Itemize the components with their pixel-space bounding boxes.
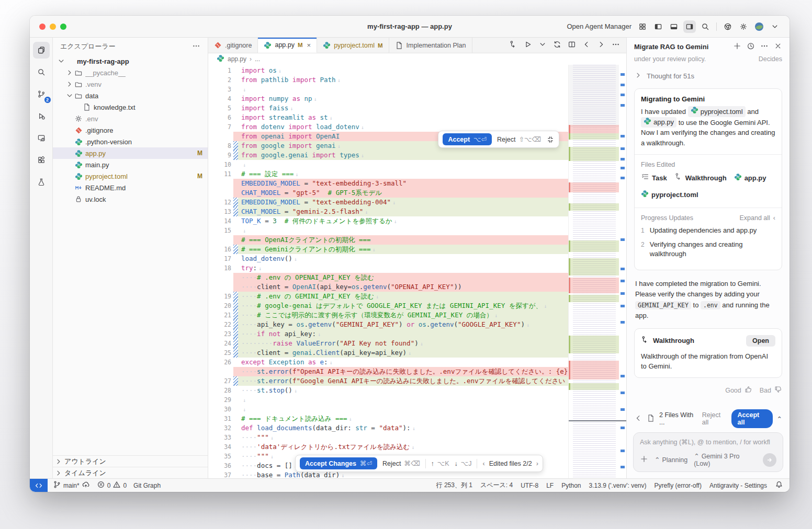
code-line[interactable]: 25····client = genai.Client(api_key=api_… [208,348,568,358]
status-item[interactable]: Python [561,482,581,489]
prev-change-button[interactable]: ↑⌥K [431,459,449,467]
panel-right-icon[interactable] [683,20,696,33]
search-icon[interactable] [699,20,712,33]
next-file-button[interactable]: › [536,460,538,467]
tree-item-README.md[interactable]: README.md [53,182,208,193]
reject-button[interactable]: Reject⇧⌥⌫ [497,135,541,143]
minimap[interactable] [568,65,619,478]
tree-item-data[interactable]: data [53,90,208,101]
remote-indicator[interactable] [30,479,48,492]
activitybar-search[interactable] [33,64,50,80]
editor-action-back[interactable] [582,40,591,51]
tree-item-.env[interactable]: .env [53,113,208,124]
tree-item-pyproject.toml[interactable]: pyproject.tomlM [53,170,208,182]
code-line[interactable]: 27····st.error(f"Google GenAI APIキーの読み込み… [208,376,568,386]
activitybar-remote-explorer[interactable] [33,130,50,146]
editor-action-walkthrough[interactable] [509,40,517,51]
chrome-icon[interactable] [721,20,734,33]
code-line[interactable]: 19····# .env の GEMINI_API_KEY を読む [208,292,568,301]
status-item[interactable]: Pyrefly (error-off) [654,482,701,489]
editor-action-chevron-down[interactable] [538,40,547,51]
accept-changes-button[interactable]: Accept Changes⌘⏎ [300,457,377,469]
code-line[interactable]: 4import numpy as np [208,94,568,104]
editor-action-forward[interactable] [597,40,605,51]
open-agent-manager-button[interactable]: Open Agent Manager [567,22,631,30]
accept-all-button[interactable]: Accept all [731,409,773,428]
tab-.gitignore[interactable]: .gitignore [208,38,258,53]
tree-item-.venv[interactable]: .venv [53,78,208,90]
tab-Implementation Plan[interactable]: Implementation Plan [389,38,472,53]
code-line[interactable]: 34····'data'ディレクトリから.txtファイルを読み込む [208,442,568,452]
problems-item[interactable]: 0 0 [97,480,127,490]
editor-action-more[interactable] [612,40,620,51]
panel-left-icon[interactable] [652,20,664,33]
layout-grid-icon[interactable] [636,20,649,33]
code-line[interactable]: 6import streamlit as st [208,113,568,122]
breadcrumb[interactable]: app.py › ... [208,53,626,65]
status-item[interactable]: スペース: 4 [480,481,513,490]
edited-file-chip-pyproject.toml[interactable]: pyproject.toml [641,190,698,201]
code-line[interactable]: ····# .env の OPENAI_API_KEY を読む [208,273,568,282]
edited-file-chip-Task[interactable]: Task [641,172,667,185]
code-line[interactable]: 13CHAT_MODEL = "gemini-2.5-flash" [208,207,568,216]
collapse-icon[interactable] [546,135,555,144]
add-context-button[interactable] [640,455,648,465]
send-button[interactable] [763,453,776,467]
code-line[interactable]: 3 [208,85,568,94]
status-item[interactable]: UTF-8 [521,482,538,489]
tree-item-knowledge.txt[interactable]: knowledge.txt [53,101,208,113]
status-item[interactable]: LF [546,482,554,489]
status-item[interactable]: 行 253、列 1 [436,481,472,490]
scroll-sash[interactable] [569,420,626,421]
agent-plus-button[interactable] [733,42,741,52]
status-item[interactable]: Antigravity - Settings [709,482,767,489]
breadcrumb-more[interactable]: ... [255,55,260,63]
code-line[interactable]: 32def load_documents(data_dir: str = "da… [208,423,568,433]
code-line[interactable]: EMBEDDING_MODEL = "text-embedding-3-smal… [208,179,568,188]
activitybar-explorer[interactable] [33,42,50,59]
activitybar-extensions[interactable] [33,152,50,168]
code-line[interactable]: 24········raise ValueError("API Key not … [208,339,568,348]
code-line[interactable]: 28····st.stop() [208,386,568,395]
tree-item-.python-version[interactable]: .python-version [53,136,208,147]
code-line[interactable]: 12EMBEDDING_MODEL = "text-embedding-004" [208,198,568,207]
code-line[interactable]: 29 [208,395,568,405]
code-line[interactable]: 15 [208,226,568,235]
edited-file-chip-app.py[interactable]: app.py [734,172,766,185]
code-line[interactable]: 23····if not api_key: [208,329,568,339]
panel-bottom-icon[interactable] [668,20,680,33]
tree-item-.gitignore[interactable]: .gitignore [53,124,208,136]
code-line[interactable]: 22····api_key = os.getenv("GEMINI_API_KE… [208,320,568,329]
reject-changes-button[interactable]: Reject⌘⌫ [382,459,420,467]
edited-file-chip-Walkthrough[interactable]: Walkthrough [674,172,727,185]
expand-all-button[interactable]: Expand all ‹ [739,214,775,222]
progress-item[interactable]: 1Updating dependencies and app.py [641,226,775,235]
tree-item-__pycache__[interactable]: __pycache__ [53,67,208,78]
mode-selector[interactable]: ⌃Planning [655,456,687,464]
section-アウトライン[interactable]: アウトライン [53,455,208,467]
close-tab-icon[interactable]: × [307,41,311,49]
code-line[interactable]: 17load_dotenv() [208,254,568,263]
gear-icon[interactable] [737,20,750,33]
thought-toggle[interactable]: Thought for 51s [634,71,782,81]
code-line[interactable]: 9from google.genai import types [208,151,568,160]
editor-action-split[interactable] [568,40,576,51]
close-window-button[interactable] [39,24,46,30]
chevron-down-icon[interactable] [769,20,781,33]
code-line[interactable]: 26except Exception as e: [208,358,568,367]
code-line[interactable]: 10 [208,160,568,169]
tree-item-main.py[interactable]: main.py [53,159,208,170]
tree-item-uv.lock[interactable]: uv.lock [53,193,208,205]
tab-app.py[interactable]: app.pyM× [258,38,317,53]
code-line[interactable]: 5import faiss [208,104,568,113]
code-line[interactable]: # === OpenAIクライアントの初期化 === [208,235,568,245]
agent-conversation[interactable]: under your review policy. Decides Though… [627,55,790,405]
code-line[interactable]: 16# === Geminiクライアントの初期化 === [208,245,568,254]
code-line[interactable]: 30 [208,405,568,414]
code-line[interactable]: 20····# google-genai はデフォルトで GOOGLE_API_… [208,301,568,310]
file-ref-apppy[interactable]: app.py [641,117,676,128]
git-branch-item[interactable]: main* [53,480,90,490]
code-line[interactable]: CHAT_MODEL = "gpt-5" # GPT-5系モデル [208,188,568,198]
code-line[interactable]: 33····""" [208,433,568,442]
chevron-up-icon[interactable]: ⌃ [777,415,782,423]
